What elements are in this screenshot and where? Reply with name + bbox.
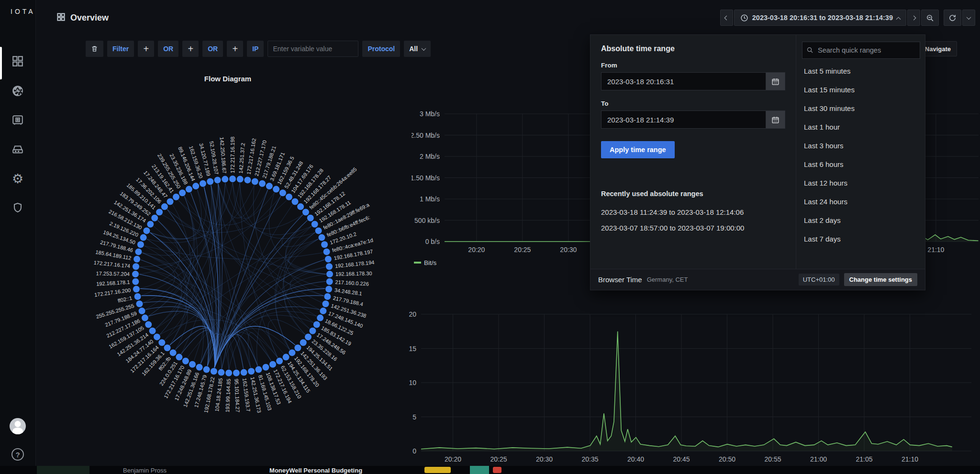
recent-range-item[interactable]: 2023-03-18 11:24:39 to 2023-03-18 12:14:… xyxy=(601,204,785,220)
x-tick-label: 20:45 xyxy=(673,455,690,463)
flow-node xyxy=(289,349,295,356)
y-tick-label: 15 xyxy=(409,345,416,353)
y-tick-label: 0 xyxy=(412,447,416,455)
flow-node xyxy=(140,234,147,241)
time-shift-back-button[interactable] xyxy=(720,10,733,26)
to-calendar-button[interactable] xyxy=(766,110,785,129)
filter-variable-label[interactable]: Filter xyxy=(107,41,134,57)
flow-node xyxy=(241,369,247,376)
quick-ranges-search-input[interactable] xyxy=(802,42,920,59)
flow-node xyxy=(154,333,160,340)
y-tick-label: 1.50 Mb/s xyxy=(412,174,440,182)
flow-diagram-chord-chart[interactable]: 172.217.16.198142.251.37.2172.217.16.162… xyxy=(36,67,423,474)
from-calendar-button[interactable] xyxy=(766,72,785,90)
active-page-indicator xyxy=(0,47,2,79)
refresh-button[interactable] xyxy=(944,10,961,26)
x-tick-label: 20:20 xyxy=(445,455,461,463)
recent-range-item[interactable]: 2023-03-07 18:57:00 to 2023-03-07 19:00:… xyxy=(601,220,785,236)
thumbnail xyxy=(37,466,89,474)
protocol-select[interactable]: All xyxy=(404,41,431,57)
flow-node xyxy=(273,186,279,193)
quick-ranges-list: Last 5 minutesLast 15 minutesLast 30 min… xyxy=(796,62,926,265)
quick-range-item[interactable]: Last 2 days xyxy=(796,211,926,230)
flow-node xyxy=(292,198,299,205)
flow-node xyxy=(196,364,203,371)
or-variable-label-2[interactable]: OR xyxy=(202,41,223,57)
packets-chart[interactable]: 0510152020:2020:2520:3020:3520:4020:4520… xyxy=(402,309,980,471)
flow-node xyxy=(225,370,232,376)
add-filter-button-2[interactable]: + xyxy=(182,41,199,57)
y-tick-label: 20 xyxy=(409,310,416,318)
flow-node-label: 17.253.57.204 xyxy=(96,270,130,276)
flow-node xyxy=(309,328,316,334)
legend-label[interactable]: Bit/s xyxy=(424,259,437,266)
flow-node xyxy=(164,344,171,351)
flow-node xyxy=(134,293,141,300)
safe-icon[interactable] xyxy=(11,114,24,126)
flow-node xyxy=(133,263,139,270)
delete-filter-button[interactable] xyxy=(86,41,103,57)
flow-nodes[interactable] xyxy=(132,176,333,376)
flow-node xyxy=(321,241,328,248)
quick-range-item[interactable]: Last 1 hour xyxy=(796,118,926,136)
variable-value-input[interactable] xyxy=(267,41,358,57)
flow-node xyxy=(132,278,139,285)
flow-node xyxy=(145,321,152,328)
flow-node xyxy=(297,203,304,210)
flow-node xyxy=(222,176,228,183)
change-time-settings-button[interactable]: Change time settings xyxy=(844,273,917,286)
flow-node xyxy=(211,368,217,375)
legend-swatch xyxy=(414,262,421,264)
flow-node-label: 142.250.186.67 xyxy=(219,137,227,174)
flow-node xyxy=(269,361,276,368)
quick-range-item[interactable]: Last 24 hours xyxy=(796,192,926,211)
ip-variable-label[interactable]: IP xyxy=(247,41,264,57)
aperture-icon[interactable] xyxy=(11,85,24,97)
or-variable-label-1[interactable]: OR xyxy=(158,41,178,57)
quick-range-item[interactable]: Last 5 minutes xyxy=(796,62,926,80)
quick-range-item[interactable]: Last 7 days xyxy=(796,230,926,248)
quick-range-item[interactable]: Last 3 hours xyxy=(796,136,926,155)
server-icon[interactable] xyxy=(11,143,24,155)
flow-node xyxy=(283,354,290,361)
flow-node xyxy=(244,176,251,183)
x-tick-label: 20:55 xyxy=(765,455,781,463)
flow-node xyxy=(136,300,143,307)
gear-icon[interactable]: ⚙ xyxy=(12,171,23,187)
refresh-interval-dropdown[interactable] xyxy=(962,10,975,26)
user-avatar[interactable] xyxy=(10,418,26,434)
quick-range-item[interactable]: Last 12 hours xyxy=(796,174,926,192)
search-icon xyxy=(806,46,813,55)
flow-node xyxy=(302,209,309,216)
y-tick-label: 0 b/s xyxy=(425,238,440,245)
to-input[interactable] xyxy=(601,110,766,129)
dashboards-icon[interactable] xyxy=(11,55,24,67)
flow-node xyxy=(161,203,168,210)
quick-range-item[interactable]: Last 30 minutes xyxy=(796,99,926,118)
from-input[interactable] xyxy=(601,72,766,90)
browser-time-label: Browser Time xyxy=(598,276,642,284)
help-icon[interactable]: ? xyxy=(11,448,24,461)
flow-node-label: 217.160.0.226 xyxy=(335,279,369,287)
zoom-out-button[interactable] xyxy=(921,10,939,26)
x-tick-label: 20:50 xyxy=(719,455,735,463)
x-tick-label: 20:30 xyxy=(560,246,577,254)
protocol-selected-value: All xyxy=(409,45,418,53)
apply-time-range-button[interactable]: Apply time range xyxy=(601,141,675,158)
from-label: From xyxy=(601,62,785,69)
shield-icon[interactable] xyxy=(12,201,23,214)
chevron-down-icon xyxy=(422,46,426,51)
add-filter-button-1[interactable]: + xyxy=(138,41,154,57)
time-shift-forward-button[interactable] xyxy=(907,10,920,26)
flow-node xyxy=(158,339,165,346)
flow-node xyxy=(323,300,329,307)
to-label: To xyxy=(601,100,785,107)
add-filter-button-3[interactable]: + xyxy=(227,41,243,57)
flow-node xyxy=(134,256,140,263)
flow-node xyxy=(313,321,320,328)
quick-range-item[interactable]: Last 6 hours xyxy=(796,155,926,174)
protocol-variable-label[interactable]: Protocol xyxy=(362,41,400,57)
flow-node xyxy=(139,308,145,314)
time-range-button[interactable]: 2023-03-18 20:16:31 to 2023-03-18 21:14:… xyxy=(734,10,906,26)
quick-range-item[interactable]: Last 15 minutes xyxy=(796,80,926,99)
